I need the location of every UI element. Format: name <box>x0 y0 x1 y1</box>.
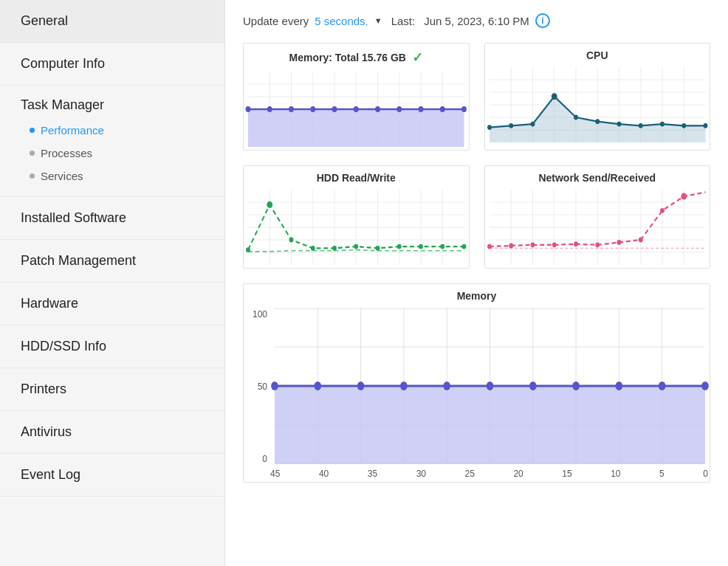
svg-point-98 <box>638 238 642 243</box>
sidebar-item-printers[interactable]: Printers <box>0 368 224 411</box>
sidebar-item-event-log[interactable]: Event Log <box>0 454 224 497</box>
sidebar-item-installed-software[interactable]: Installed Software <box>0 197 224 240</box>
memory-title-text: Memory: Total 15.76 GB <box>289 52 406 63</box>
x-label-30: 30 <box>416 469 426 479</box>
cpu-svg <box>490 67 706 142</box>
svg-point-47 <box>617 122 621 127</box>
svg-point-19 <box>332 106 337 112</box>
svg-point-118 <box>357 382 365 390</box>
svg-point-20 <box>354 106 359 112</box>
memory-large-title: Memory <box>244 284 710 305</box>
check-icon: ✓ <box>412 49 423 66</box>
update-interval-link[interactable]: 5 seconds. <box>315 15 368 27</box>
x-label-10: 10 <box>611 469 620 479</box>
svg-point-120 <box>443 382 450 390</box>
x-label-20: 20 <box>513 469 523 479</box>
sidebar: General Computer Info Task Manager Perfo… <box>0 0 225 566</box>
svg-point-69 <box>311 246 315 251</box>
sidebar-item-task-manager[interactable]: Task Manager <box>0 86 224 116</box>
sidebar-item-performance[interactable]: Performance <box>0 119 224 142</box>
svg-point-121 <box>487 382 494 390</box>
svg-point-74 <box>419 244 423 249</box>
x-label-0: 0 <box>703 469 708 479</box>
x-label-40: 40 <box>319 469 329 479</box>
svg-point-22 <box>396 106 402 112</box>
svg-marker-14 <box>248 109 464 147</box>
svg-point-93 <box>530 242 535 247</box>
svg-point-96 <box>595 242 600 247</box>
svg-point-92 <box>509 244 513 249</box>
x-axis-labels: 45 40 35 30 25 20 15 10 5 0 <box>270 467 710 482</box>
svg-point-116 <box>271 382 278 390</box>
svg-point-46 <box>595 119 600 124</box>
dropdown-arrow-icon[interactable]: ▼ <box>374 16 382 25</box>
svg-marker-115 <box>275 386 705 464</box>
svg-point-73 <box>397 244 402 249</box>
y-label-100: 100 <box>250 309 267 320</box>
svg-point-76 <box>462 244 467 249</box>
svg-point-122 <box>529 382 537 390</box>
x-label-5: 5 <box>659 469 665 479</box>
cpu-panel: CPU <box>484 43 711 151</box>
services-label: Services <box>41 170 83 182</box>
memory-large-svg <box>275 308 705 464</box>
svg-point-124 <box>616 382 623 390</box>
svg-point-126 <box>701 382 709 390</box>
svg-point-44 <box>551 93 557 100</box>
memory-small-panel: Memory: Total 15.76 GB ✓ <box>243 43 470 151</box>
svg-point-68 <box>289 238 294 243</box>
sidebar-item-patch-management[interactable]: Patch Management <box>0 240 224 283</box>
y-label-0: 0 <box>250 454 267 464</box>
network-title-text: Network Send/Received <box>538 172 656 184</box>
y-axis-labels: 100 50 0 <box>244 305 270 482</box>
svg-point-94 <box>552 242 556 247</box>
last-update-time: Jun 5, 2023, 6:10 PM <box>424 15 529 27</box>
services-dot <box>30 173 35 179</box>
svg-point-48 <box>638 123 642 128</box>
x-label-35: 35 <box>368 469 377 479</box>
sidebar-item-computer-info[interactable]: Computer Info <box>0 43 224 86</box>
svg-point-67 <box>267 201 272 208</box>
svg-point-72 <box>376 246 380 251</box>
hdd-panel: HDD Read/Write <box>243 165 470 269</box>
svg-point-100 <box>681 193 687 200</box>
sidebar-item-general[interactable]: General <box>0 0 224 43</box>
x-label-45: 45 <box>270 469 280 479</box>
svg-point-50 <box>681 123 686 128</box>
sidebar-item-hdd-ssd-info[interactable]: HDD/SSD Info <box>0 325 224 368</box>
memory-large-chart-container: 100 50 0 <box>244 305 710 482</box>
top-bar: Update every 5 seconds. ▼ Last: Jun 5, 2… <box>243 13 710 28</box>
memory-small-svg <box>248 72 464 147</box>
hdd-chart-area <box>244 187 469 268</box>
svg-point-119 <box>400 382 408 390</box>
hdd-title-text: HDD Read/Write <box>317 172 396 184</box>
charts-grid-top: Memory: Total 15.76 GB ✓ <box>243 43 710 151</box>
svg-point-70 <box>332 246 337 251</box>
active-dot <box>30 128 35 133</box>
svg-point-16 <box>267 106 272 112</box>
svg-point-99 <box>660 208 665 213</box>
main-content: Update every 5 seconds. ▼ Last: Jun 5, 2… <box>225 0 728 566</box>
sidebar-item-processes[interactable]: Processes <box>0 142 224 165</box>
x-label-25: 25 <box>465 469 475 479</box>
task-manager-subitems: Performance Processes Services <box>0 116 224 196</box>
processes-label: Processes <box>41 147 92 159</box>
performance-label: Performance <box>41 124 104 137</box>
sidebar-item-hardware[interactable]: Hardware <box>0 283 224 325</box>
sidebar-item-antivirus[interactable]: Antivirus <box>0 411 224 454</box>
svg-point-18 <box>310 106 315 112</box>
svg-point-95 <box>574 241 578 246</box>
info-icon[interactable]: i <box>535 13 550 28</box>
svg-point-75 <box>440 244 444 249</box>
network-chart-area <box>485 187 710 268</box>
memory-small-chart-area <box>244 69 469 150</box>
cpu-chart-area <box>485 64 710 145</box>
cpu-title-text: CPU <box>586 49 608 61</box>
svg-point-42 <box>509 123 513 128</box>
memory-small-title: Memory: Total 15.76 GB ✓ <box>244 44 469 69</box>
sidebar-item-services[interactable]: Services <box>0 165 224 187</box>
svg-point-123 <box>572 382 580 390</box>
svg-point-21 <box>375 106 380 112</box>
memory-large-chart-inner: 45 40 35 30 25 20 15 10 5 0 <box>270 305 710 482</box>
y-label-50: 50 <box>250 382 267 392</box>
